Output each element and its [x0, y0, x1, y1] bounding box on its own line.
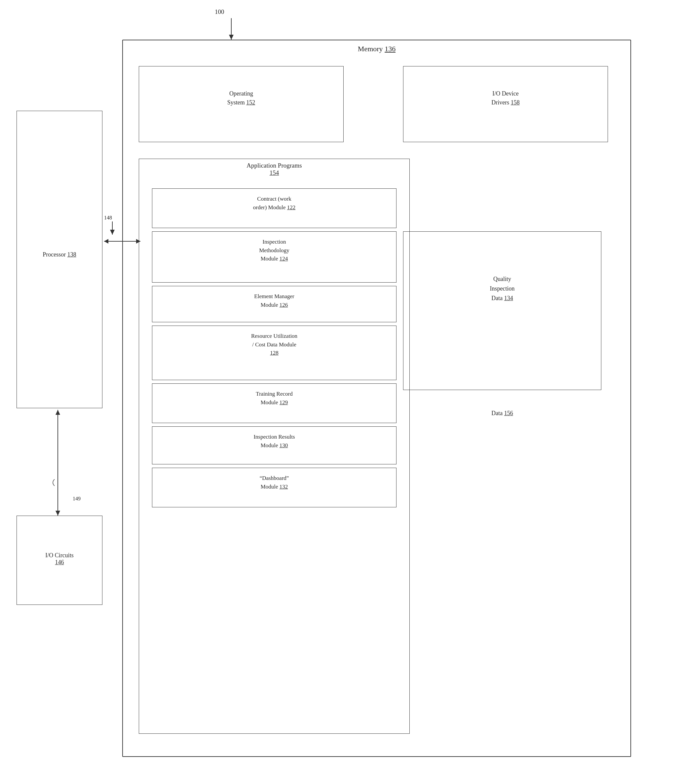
dashboard-module: “Dashboard”Module 132 [152, 468, 396, 507]
quality-inspection-box [403, 231, 601, 390]
contract-module: Contract (workorder) Module 122 [152, 188, 396, 228]
os-title: OperatingSystem 152 [139, 89, 344, 107]
arrow-149-label: 149 [73, 496, 81, 502]
svg-marker-3 [110, 230, 115, 235]
app-programs-title: Application Programs154 [139, 162, 410, 176]
resource-utilization-module: Resource Utilization/ Cost Data Module12… [152, 325, 396, 380]
io-circuits-title: I/O Circuits146 [17, 552, 102, 566]
inspection-methodology-module: InspectionMethodologyModule 124 [152, 231, 396, 283]
svg-marker-8 [56, 410, 60, 415]
svg-marker-1 [229, 35, 234, 40]
svg-marker-5 [104, 239, 109, 244]
ref-100: 100 [215, 8, 224, 16]
processor-title: Processor 138 [17, 251, 102, 258]
inspection-results-module: Inspection ResultsModule 130 [152, 426, 396, 464]
memory-title: Memory 136 [122, 45, 631, 53]
element-manager-module: Element ManagerModule 126 [152, 286, 396, 322]
training-record-module: Training RecordModule 129 [152, 383, 396, 423]
quality-inspection-title: QualityInspectionData 134 [403, 274, 601, 303]
processor-box [17, 111, 102, 408]
svg-marker-9 [56, 511, 60, 516]
data-label: Data 156 [403, 410, 601, 417]
arrow-148-label: 148 [104, 215, 112, 221]
diagram-root: 100 Memory 136 OperatingSystem 152 I/O D… [0, 0, 677, 784]
io-device-title: I/O DeviceDrivers 158 [403, 89, 608, 107]
